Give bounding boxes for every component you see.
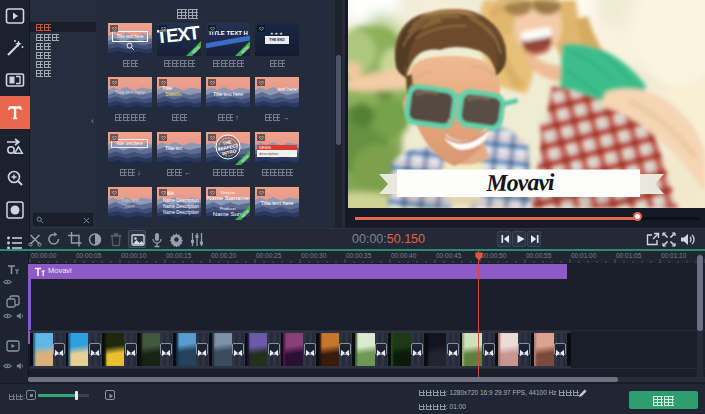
svg-text:Movavi: Movavi: [485, 169, 555, 196]
